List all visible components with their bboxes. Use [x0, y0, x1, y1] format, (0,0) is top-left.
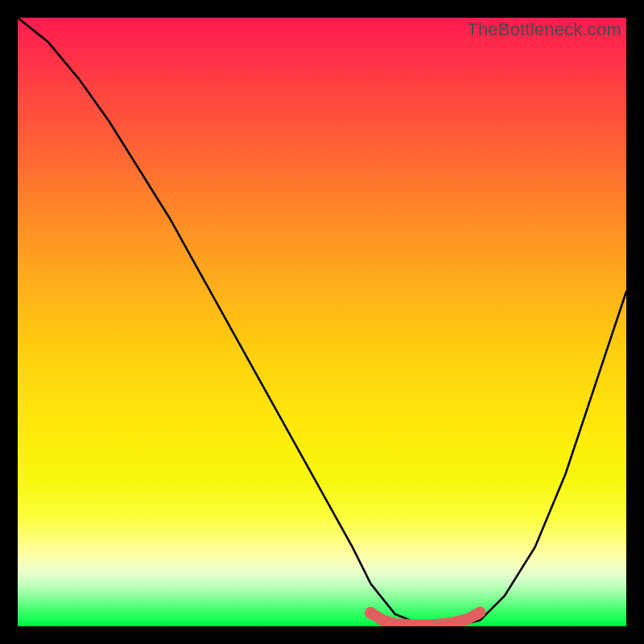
watermark-text: TheBottleneck.com — [467, 19, 621, 40]
chart-frame: TheBottleneck.com — [18, 18, 626, 626]
optimal-start-dot — [365, 607, 377, 619]
bottleneck-curve — [18, 18, 626, 626]
optimal-range-marker — [370, 613, 480, 625]
chart-svg — [18, 18, 626, 626]
